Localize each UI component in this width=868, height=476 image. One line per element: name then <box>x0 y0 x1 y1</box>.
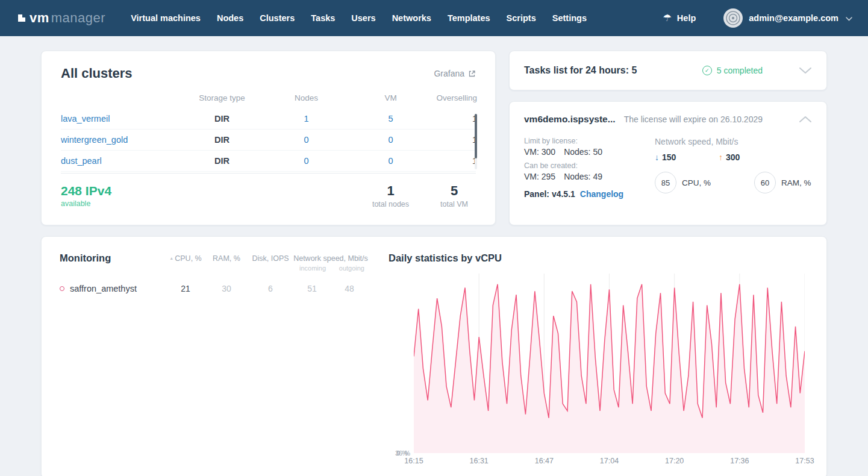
total-vm-value: 5 <box>431 183 477 199</box>
network-incoming: ↓150 <box>655 152 719 162</box>
x-axis-ticks: 16:15 16:31 16:47 17:04 17:20 17:36 17:5… <box>414 457 805 466</box>
nav-nodes[interactable]: Nodes <box>217 13 243 23</box>
monitoring-card: Monitoring ▲CPU, % RAM, % Disk, IOPS Net… <box>41 236 827 476</box>
col-ram[interactable]: RAM, % <box>205 252 248 263</box>
network-speed-label: Network speed, Mbit/s <box>655 137 812 146</box>
nav-virtual-machines[interactable]: Virtual machines <box>131 13 201 23</box>
tasks-completed-label: 5 completed <box>717 66 763 75</box>
limit-nodes-value: Nodes: 50 <box>564 147 602 157</box>
nav-tasks[interactable]: Tasks <box>311 13 335 23</box>
vm-disk-value: 6 <box>248 284 293 293</box>
chevron-down-icon <box>846 17 852 21</box>
tasks-completed-badge: ✓ 5 completed <box>702 66 763 75</box>
topbar-right: ☂ Help admin@example.com <box>663 8 852 28</box>
col-cpu[interactable]: ▲CPU, % <box>166 252 205 263</box>
cluster-name-link[interactable]: dust_pearl <box>61 156 181 166</box>
table-row: lava_vermeil DIR 1 5 1 <box>61 108 476 130</box>
grafana-label: Grafana <box>434 69 464 78</box>
vm-ram-value: 30 <box>205 284 248 293</box>
logo-text-bold: vm <box>30 10 49 26</box>
tasks-card: Tasks list for 24 hours: 5 ✓ 5 completed <box>509 51 827 90</box>
cell-storage: DIR <box>181 156 263 166</box>
table-scrollbar[interactable] <box>475 114 477 169</box>
cluster-name-link[interactable]: lava_vermeil <box>61 114 181 124</box>
changelog-link[interactable]: Changelog <box>580 189 623 199</box>
external-link-icon <box>468 70 476 78</box>
vmmanager-logo-icon <box>18 14 25 22</box>
cell-storage: DIR <box>181 135 263 145</box>
can-be-created-label: Can be created: <box>524 161 642 170</box>
user-email: admin@example.com <box>749 13 838 23</box>
cell-vm[interactable]: 0 <box>350 156 431 166</box>
x-tick: 17:53 <box>795 457 814 465</box>
ram-gauge-label: RAM, % <box>781 178 811 187</box>
vm-incoming-value: 51 <box>293 284 331 293</box>
main-nav: Virtual machines Nodes Clusters Tasks Us… <box>131 13 587 23</box>
created-vm-value: VM: 295 <box>524 172 555 181</box>
table-row: dust_pearl DIR 0 0 1 <box>61 151 476 172</box>
nav-templates[interactable]: Templates <box>448 13 490 23</box>
vm-outgoing-value: 48 <box>331 284 368 293</box>
x-tick: 17:20 <box>665 457 684 465</box>
license-hostname: vm6demo.ispsyste... <box>524 114 616 125</box>
x-tick: 17:36 <box>730 457 749 465</box>
total-nodes-caption: total nodes <box>350 200 431 208</box>
limit-by-license-label: Limit by license: <box>524 137 642 145</box>
ram-gauge-value: 60 <box>754 172 776 193</box>
col-disk[interactable]: Disk, IOPS <box>248 252 293 263</box>
clusters-table: Storage type Nodes VM Overselling lava_v… <box>61 89 476 172</box>
logo-text-light: manager <box>51 10 105 26</box>
cell-storage: DIR <box>181 114 263 124</box>
nav-users[interactable]: Users <box>351 13 375 23</box>
x-tick: 16:47 <box>535 457 554 465</box>
dashboard: All clusters Grafana Storage type Nodes … <box>0 36 868 476</box>
table-scrollbar-thumb[interactable] <box>475 114 477 158</box>
clusters-summary: 248 IPv4 available 1 total nodes 5 total… <box>61 173 476 208</box>
col-vm: VM <box>350 93 431 102</box>
col-incoming: incoming <box>299 265 326 272</box>
nav-clusters[interactable]: Clusters <box>260 13 295 23</box>
cell-overselling: 1 <box>431 156 477 166</box>
col-storage-type: Storage type <box>181 93 263 102</box>
license-expire-text: The license will expire on 26.10.2029 <box>624 114 763 124</box>
total-nodes-value: 1 <box>350 183 431 199</box>
nav-settings[interactable]: Settings <box>552 13 587 23</box>
umbrella-icon: ☂ <box>663 13 672 23</box>
col-overselling: Overselling <box>431 93 477 102</box>
nav-networks[interactable]: Networks <box>392 13 431 23</box>
network-outgoing: ↑300 <box>719 152 782 162</box>
tasks-card-title: Tasks list for 24 hours: 5 <box>524 65 702 76</box>
chevron-down-icon[interactable] <box>799 67 812 74</box>
cluster-name-link[interactable]: wintergreen_gold <box>61 135 181 145</box>
ipv4-available-caption: available <box>61 199 263 208</box>
vmmanager-logo[interactable]: vm manager <box>18 10 105 26</box>
cell-nodes[interactable]: 0 <box>263 156 350 166</box>
user-avatar <box>723 8 743 28</box>
cell-vm[interactable]: 5 <box>350 114 431 124</box>
cell-vm[interactable]: 0 <box>350 135 431 145</box>
vm-cpu-value: 21 <box>166 284 205 293</box>
ram-gauge: 60 RAM, % <box>754 172 811 193</box>
cell-nodes[interactable]: 1 <box>263 114 350 124</box>
help-label: Help <box>677 13 696 23</box>
grafana-link[interactable]: Grafana <box>434 69 476 78</box>
vcpu-statistics-panel: Daily statistics by vCPU 36 % 0 % 16:15 … <box>368 252 808 469</box>
created-nodes-value: Nodes: 49 <box>564 172 602 181</box>
cell-nodes[interactable]: 0 <box>263 135 350 145</box>
vm-name-link[interactable]: saffron_amethyst <box>60 284 166 293</box>
top-nav-bar: vm manager Virtual machines Nodes Cluste… <box>0 0 868 36</box>
vcpu-chart-area: 36 % 0 % <box>414 274 805 453</box>
cpu-gauge-label: CPU, % <box>682 178 711 187</box>
col-network-speed[interactable]: Network speed, Mbit/s incoming outgoing <box>293 252 368 272</box>
chevron-up-icon[interactable] <box>799 116 812 123</box>
license-card: vm6demo.ispsyste... The license will exp… <box>509 101 827 225</box>
total-vm-caption: total VM <box>431 200 477 208</box>
table-row: wintergreen_gold DIR 0 0 1 <box>61 130 476 151</box>
account-menu[interactable]: admin@example.com <box>723 8 852 28</box>
help-button[interactable]: ☂ Help <box>663 13 696 23</box>
col-nodes: Nodes <box>263 93 350 102</box>
ipv4-available-value: 248 IPv4 <box>61 184 263 198</box>
cpu-gauge: 85 CPU, % <box>655 172 711 193</box>
nav-scripts[interactable]: Scripts <box>507 13 536 23</box>
cell-overselling: 1 <box>431 114 477 124</box>
